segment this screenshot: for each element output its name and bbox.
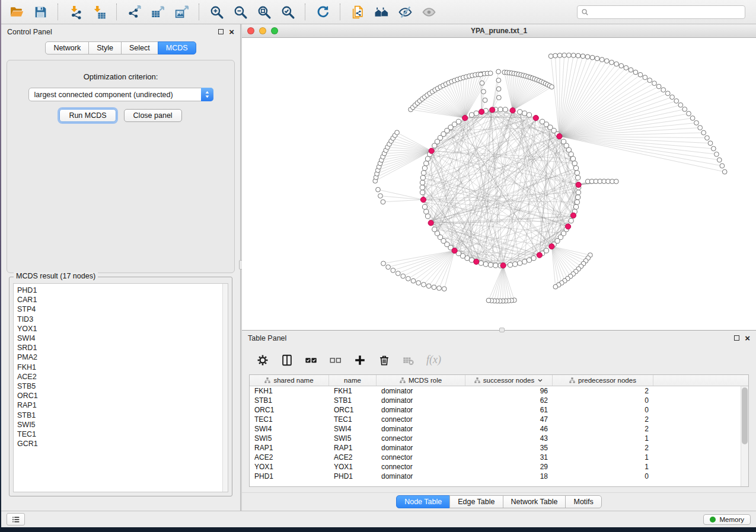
export-network-icon[interactable] <box>122 2 146 22</box>
mcds-result-item[interactable]: PHD1 <box>17 286 228 295</box>
network-view-window: YPA_prune.txt_1 <box>242 24 756 331</box>
tab-select[interactable]: Select <box>121 41 158 55</box>
table-row[interactable]: ORC1ORC1dominator610 <box>250 405 741 415</box>
mcds-result-item[interactable]: YOX1 <box>17 324 228 334</box>
mcds-result-item[interactable]: STB5 <box>17 382 228 391</box>
deselect-all-icon[interactable] <box>328 352 343 368</box>
memory-button[interactable]: Memory <box>703 514 751 525</box>
table-cell-mcds-role: dominator <box>377 396 465 405</box>
tab-node-table[interactable]: Node Table <box>396 495 450 508</box>
table-cell-name: TEC1 <box>329 415 377 424</box>
table-row[interactable]: PHD1PHD1dominator180 <box>250 472 741 481</box>
delete-column-icon[interactable] <box>377 352 392 368</box>
mcds-result-item[interactable]: PMA2 <box>17 352 228 362</box>
table-row[interactable]: SWI5SWI5connector431 <box>250 434 741 443</box>
mcds-result-item[interactable]: GCR1 <box>17 439 228 448</box>
column-header-successor-nodes[interactable]: successor nodes <box>465 375 553 386</box>
close-panel-button[interactable]: Close panel <box>124 109 182 122</box>
close-panel-icon[interactable]: × <box>229 29 234 35</box>
mcds-result-list[interactable]: PHD1CAR1STP4TID3YOX1SWI4SRD1PMA2FKH1ACE2… <box>13 283 228 492</box>
select-stepper-icon <box>201 88 213 101</box>
table-row[interactable]: FKH1FKH1dominator962 <box>250 386 741 396</box>
search-input[interactable] <box>577 5 745 19</box>
status-bar: Memory <box>1 511 756 527</box>
toolbar-separator <box>116 4 117 20</box>
table-cell-mcds-role: connector <box>377 453 465 462</box>
table-cell-mcds-role: connector <box>377 434 465 443</box>
refresh-icon[interactable] <box>311 2 334 22</box>
column-visibility-icon[interactable] <box>279 352 295 368</box>
window-zoom-button[interactable] <box>271 27 278 34</box>
mcds-result-item[interactable]: RAP1 <box>17 400 228 410</box>
table-cell-name: PHD1 <box>329 472 377 481</box>
network-home-icon[interactable] <box>369 2 393 22</box>
mcds-result-item[interactable]: SWI5 <box>17 420 228 430</box>
zoom-fit-icon[interactable] <box>252 2 276 22</box>
table-toolbar: f(x) <box>242 345 756 374</box>
column-header-name[interactable]: name <box>329 375 377 386</box>
column-header-predecessor-nodes[interactable]: predecessor nodes <box>553 375 653 386</box>
add-column-icon[interactable] <box>352 352 368 368</box>
tab-network[interactable]: Network <box>45 41 89 55</box>
column-header-mcds-role[interactable]: MCDS role <box>377 375 465 386</box>
column-type-icon <box>264 377 270 383</box>
close-table-panel-icon[interactable]: × <box>745 335 750 341</box>
open-file-icon[interactable] <box>5 2 28 22</box>
select-all-icon[interactable] <box>304 352 319 368</box>
float-table-panel-icon[interactable] <box>734 335 739 341</box>
optimization-criterion-select[interactable]: largest connected component (undirected) <box>28 88 213 101</box>
mcds-result-item[interactable]: FKH1 <box>17 363 228 372</box>
settings-gear-icon[interactable] <box>255 352 270 368</box>
window-close-button[interactable] <box>247 27 254 34</box>
tab-mcds[interactable]: MCDS <box>158 41 196 55</box>
tab-motifs[interactable]: Motifs <box>565 495 601 508</box>
node-table: shared namenameMCDS rolesuccessor nodesp… <box>249 374 749 487</box>
table-row[interactable]: YOX1YOX1connector291 <box>250 462 741 472</box>
table-row[interactable]: ACE2ACE2connector311 <box>250 453 741 462</box>
table-cell-name: ORC1 <box>329 405 377 415</box>
run-mcds-button[interactable]: Run MCDS <box>59 109 116 122</box>
tab-edge-table[interactable]: Edge Table <box>449 495 503 508</box>
share-document-icon[interactable] <box>346 2 369 22</box>
export-table-icon[interactable] <box>146 2 170 22</box>
network-window-titlebar[interactable]: YPA_prune.txt_1 <box>242 24 756 38</box>
hide-selected-icon[interactable] <box>393 2 417 22</box>
float-panel-icon[interactable] <box>218 29 224 34</box>
mcds-result-item[interactable]: STP4 <box>17 305 228 314</box>
zoom-selected-icon[interactable] <box>276 2 299 22</box>
export-image-icon[interactable] <box>170 2 193 22</box>
mcds-result-item[interactable]: CAR1 <box>17 295 228 305</box>
tab-network-table[interactable]: Network Table <box>503 495 566 508</box>
control-panel-title: Control Panel <box>7 28 52 36</box>
mcds-result-item[interactable]: ORC1 <box>17 391 228 400</box>
save-session-icon[interactable] <box>28 2 52 22</box>
column-header-shared-name[interactable]: shared name <box>250 375 329 386</box>
task-history-button[interactable] <box>7 513 25 525</box>
window-minimize-button[interactable] <box>259 27 266 34</box>
mcds-list-scrollbar[interactable] <box>222 284 228 492</box>
zoom-in-icon[interactable] <box>205 2 228 22</box>
mcds-result-item[interactable]: STB1 <box>17 411 228 420</box>
mcds-result-item[interactable]: TEC1 <box>17 430 228 439</box>
import-table-icon[interactable] <box>87 2 111 22</box>
table-row[interactable]: TEC1TEC1connector472 <box>250 415 741 424</box>
table-cell-successor-nodes: 35 <box>465 443 553 453</box>
table-scrollbar-thumb[interactable] <box>742 387 748 444</box>
zoom-out-icon[interactable] <box>228 2 252 22</box>
table-row[interactable]: RAP1RAP1dominator352 <box>250 443 741 453</box>
horizontal-splitter-grip[interactable] <box>499 328 505 332</box>
table-cell-predecessor-nodes: 1 <box>553 462 653 472</box>
search-icon <box>580 8 589 17</box>
table-row[interactable]: SWI4SWI4dominator462 <box>250 424 741 434</box>
toolbar-separator <box>199 4 199 20</box>
table-row[interactable]: STB1STB1dominator620 <box>250 396 741 405</box>
mcds-result-item[interactable]: TID3 <box>17 315 228 324</box>
table-body: FKH1FKH1dominator962STB1STB1dominator620… <box>250 386 741 486</box>
mcds-result-item[interactable]: SWI4 <box>17 334 228 343</box>
import-network-icon[interactable] <box>63 2 87 22</box>
mcds-result-item[interactable]: ACE2 <box>17 372 228 382</box>
mcds-result-item[interactable]: SRD1 <box>17 343 228 352</box>
tab-style[interactable]: Style <box>88 41 122 55</box>
table-scrollbar[interactable] <box>741 386 748 486</box>
network-canvas[interactable] <box>242 38 756 330</box>
